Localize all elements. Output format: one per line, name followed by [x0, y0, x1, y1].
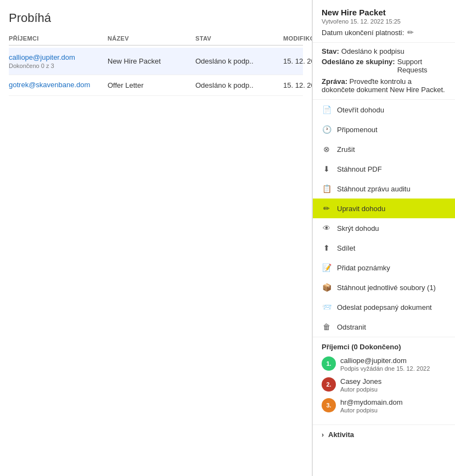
cell-stav: Odesláno k podp..: [195, 53, 283, 69]
action-item-zrusit[interactable]: ⊗Zrušit: [313, 139, 455, 159]
cell-stav: Odesláno k podp..: [195, 81, 283, 90]
detail-created: Vytvořeno 15. 12. 2022 15:25: [322, 18, 446, 25]
action-item-soubory[interactable]: 📦Stáhnout jednotlivé soubory (1): [313, 277, 455, 297]
action-item-stahnout-audit[interactable]: 📋Stáhnout zprávu auditu: [313, 179, 455, 199]
odstranit-icon: 🗑: [322, 322, 332, 332]
recipient-info-0: calliope@jupiter.domPodpis vyžádán dne 1…: [340, 356, 430, 372]
action-item-odstranit[interactable]: 🗑Odstranit: [313, 317, 455, 337]
col-nazev: NÁZEV: [108, 35, 195, 42]
skryt-label: Skrýt dohodu: [337, 224, 379, 233]
chevron-right-icon: ›: [322, 431, 324, 439]
col-modifikovany: MODIFIKOVANÝ ↓: [283, 35, 312, 42]
stahnout-pdf-icon: ⬇: [322, 164, 332, 174]
zrusit-label: Zrušit: [337, 145, 355, 154]
right-panel: New Hire Packet Vytvořeno 15. 12. 2022 1…: [312, 0, 455, 476]
cell-nazev: Offer Letter: [108, 81, 195, 90]
action-item-odeslat-podepsany[interactable]: 📨Odeslat podepsaný dokument: [313, 297, 455, 317]
edit-expiry-button[interactable]: ✏: [407, 28, 414, 37]
detail-meta: Stav: Odesláno k podpisu Odesláno ze sku…: [313, 43, 455, 100]
action-item-skryt[interactable]: 👁Skrýt dohodu: [313, 218, 455, 238]
avatar-0: 1.: [322, 356, 336, 371]
table-row[interactable]: calliope@jupiter.dom Dokončeno 0 z 3 New…: [9, 48, 303, 75]
page-title: Probíhá: [9, 11, 303, 25]
recipient-info-1: Casey JonesAutor podpisu: [340, 377, 381, 393]
upravit-label: Upravit dohodu: [337, 205, 385, 213]
pripomenout-icon: 🕐: [322, 124, 332, 134]
recipient-cell: gotrek@skavenbane.dom: [9, 81, 108, 90]
col-prijemci: PŘÍJEMCI: [9, 35, 108, 42]
poznamky-label: Přidat poznámky: [337, 264, 390, 272]
sdilet-icon: ⬆: [322, 243, 332, 253]
table-row[interactable]: gotrek@skavenbane.dom Offer Letter Odesl…: [9, 75, 303, 96]
zrusit-icon: ⊗: [322, 144, 332, 154]
table-header: PŘÍJEMCI NÁZEV STAV MODIFIKOVANÝ ↓: [9, 35, 303, 46]
odeslat-podepsany-icon: 📨: [322, 302, 332, 312]
zprava-row: Zpráva: Proveďte kontrolu a dokončete do…: [322, 77, 446, 94]
stahnout-audit-icon: 📋: [322, 184, 332, 194]
recipients-title: Příjemci (0 Dokončeno): [322, 343, 446, 351]
activity-label: Aktivita: [328, 430, 354, 439]
otevrit-icon: 📄: [322, 105, 332, 115]
action-item-sdilet[interactable]: ⬆Sdílet: [313, 238, 455, 258]
cell-modified: 15. 12. 2022: [283, 53, 312, 69]
action-item-otevrit[interactable]: 📄Otevřít dohodu: [313, 100, 455, 120]
soubory-label: Stáhnout jednotlivé soubory (1): [337, 284, 436, 292]
left-panel: Probíhá PŘÍJEMCI NÁZEV STAV MODIFIKOVANÝ…: [0, 0, 312, 476]
recipient-name-0: calliope@jupiter.dom: [340, 356, 430, 365]
avatar-1: 2.: [322, 377, 336, 392]
recipient-cell: calliope@jupiter.dom Dokončeno 0 z 3: [9, 53, 108, 69]
odstranit-label: Odstranit: [337, 323, 366, 331]
stahnout-pdf-label: Stáhnout PDF: [337, 165, 382, 173]
action-item-upravit[interactable]: ✏Upravit dohodu: [313, 199, 455, 218]
recipient-row-0: 1.calliope@jupiter.domPodpis vyžádán dne…: [322, 356, 446, 372]
actions-list: 📄Otevřít dohodu🕐Připomenout⊗Zrušit⬇Stáhn…: [313, 100, 455, 337]
recipient-row-1: 2.Casey JonesAutor podpisu: [322, 377, 446, 393]
otevrit-label: Otevřít dohodu: [337, 106, 384, 114]
soubory-icon: 📦: [322, 282, 332, 292]
avatar-2: 3.: [322, 398, 336, 412]
recipient-sub-2: Autor podpisu: [340, 407, 403, 413]
recipients-section: Příjemci (0 Dokončeno) 1.calliope@jupite…: [313, 337, 455, 425]
recipient-name-2: hr@mydomain.dom: [340, 398, 403, 406]
activity-section: › Aktivita: [313, 425, 455, 444]
pripomenout-label: Připomenout: [337, 126, 378, 134]
recipient-name-1: Casey Jones: [340, 377, 381, 386]
cell-nazev: New Hire Packet: [108, 53, 195, 69]
action-item-poznamky[interactable]: 📝Přidat poznámky: [313, 258, 455, 277]
recipient-info-2: hr@mydomain.domAutor podpisu: [340, 398, 403, 413]
cell-modified: 15. 12. 2022: [283, 81, 312, 90]
detail-title: New Hire Packet: [322, 8, 446, 17]
action-item-pripomenout[interactable]: 🕐Připomenout: [313, 120, 455, 139]
odeslat-podepsany-label: Odeslat podepsaný dokument: [337, 303, 432, 311]
poznamky-icon: 📝: [322, 263, 332, 273]
recipient-row-2: 3.hr@mydomain.domAutor podpisu: [322, 398, 446, 413]
recipient-sub-1: Autor podpisu: [340, 386, 381, 393]
detail-header: New Hire Packet Vytvořeno 15. 12. 2022 1…: [313, 0, 455, 43]
odeslano-row: Odesláno ze skupiny: Support Requests: [322, 58, 446, 74]
upravit-icon: ✏: [322, 203, 332, 213]
stav-row: Stav: Odesláno k podpisu: [322, 47, 446, 55]
sdilet-label: Sdílet: [337, 244, 355, 252]
action-item-stahnout-pdf[interactable]: ⬇Stáhnout PDF: [313, 159, 455, 179]
col-stav: STAV: [195, 35, 283, 42]
stahnout-audit-label: Stáhnout zprávu auditu: [337, 185, 411, 193]
skryt-icon: 👁: [322, 223, 332, 233]
detail-expiry: Datum ukončení platnosti: ✏: [322, 28, 446, 37]
recipient-sub-0: Podpis vyžádán dne 15. 12. 2022: [340, 365, 430, 372]
activity-toggle[interactable]: › Aktivita: [322, 430, 446, 439]
